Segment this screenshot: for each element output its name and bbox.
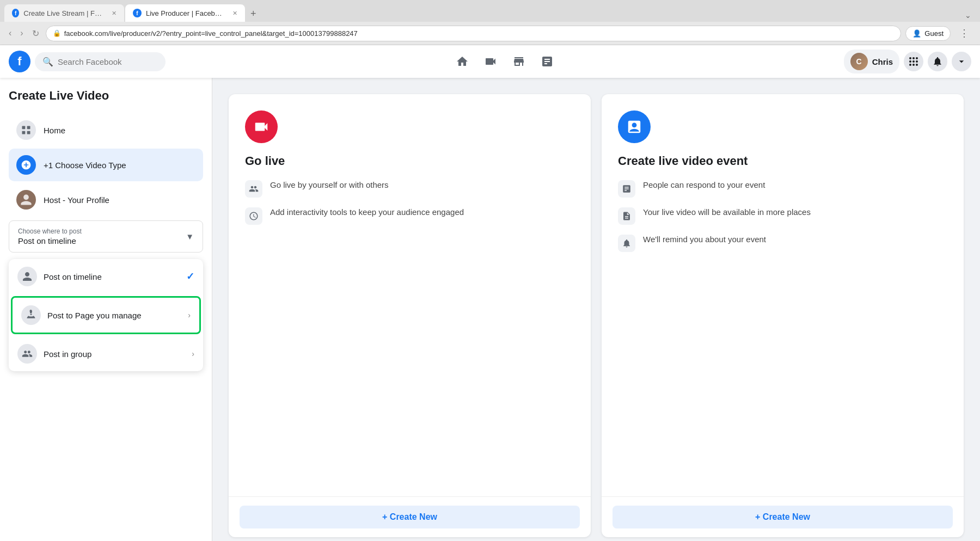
live-event-feature-text-3: We'll remind you about your event (643, 233, 766, 245)
reload-button[interactable]: ↻ (30, 26, 41, 41)
go-live-card-body: Go live Go live by yourself or with othe… (229, 94, 591, 496)
tab-label-1: Create Live Stream | Facebook (23, 9, 105, 17)
left-sidebar: Create Live Video Home +1 Choose Video T… (0, 78, 212, 541)
svg-point-6 (909, 64, 911, 66)
live-event-card: Create live video event People can respo… (602, 94, 964, 537)
forward-button[interactable]: › (18, 26, 25, 40)
svg-point-1 (912, 57, 915, 59)
browser-more-button[interactable]: ⋮ (955, 25, 973, 41)
svg-point-3 (909, 60, 911, 63)
user-name: Chris (872, 57, 893, 66)
go-live-card-footer: + Create New (229, 496, 591, 537)
address-input[interactable]: 🔒 facebook.com/live/producer/v2/?entry_p… (46, 26, 902, 41)
where-value: Post on timeline (18, 236, 82, 245)
search-bar[interactable]: 🔍 (35, 52, 166, 71)
facebook-logo[interactable]: f (9, 51, 30, 72)
live-event-feature-text-1: People can respond to your event (643, 179, 765, 190)
feature-people-icon (245, 180, 262, 198)
dropdown-button[interactable] (952, 52, 971, 71)
search-input[interactable] (58, 57, 158, 66)
dropdown-arrow-icon: ▼ (186, 232, 194, 241)
feature-reminder-icon (618, 235, 635, 252)
nav-store-icon[interactable] (506, 48, 532, 75)
dropdown-item-timeline[interactable]: Post on timeline ✓ (9, 259, 203, 294)
host-label: Host - Your Profile (44, 195, 109, 205)
facebook-navbar: f 🔍 C Chris (0, 45, 980, 78)
sidebar-item-video-type[interactable]: +1 Choose Video Type (9, 149, 203, 181)
svg-point-7 (912, 64, 915, 66)
tab-label-2: Live Producer | Facebook (146, 9, 226, 17)
nav-video-icon[interactable] (477, 48, 504, 75)
video-type-label: +1 Choose Video Type (44, 161, 126, 170)
nav-icons (166, 48, 844, 75)
home-icon (16, 120, 36, 140)
navbar-right: C Chris (844, 50, 971, 73)
back-button[interactable]: ‹ (7, 26, 14, 40)
timeline-icon (17, 267, 37, 286)
group-icon (17, 344, 37, 364)
minimize-button[interactable]: ⌄ (960, 9, 976, 22)
host-item: Host - Your Profile (9, 183, 203, 216)
go-live-feature-text-1: Go live by yourself or with others (270, 179, 389, 190)
live-event-card-footer: + Create New (602, 496, 964, 537)
dropdown-menu: Post on timeline ✓ Post to Page you mana… (9, 259, 203, 371)
group-arrow-icon: › (192, 349, 194, 358)
where-to-post-dropdown[interactable]: Choose where to post Post on timeline ▼ (9, 220, 203, 253)
live-event-feature-1: People can respond to your event (618, 179, 947, 198)
go-live-feature-1: Go live by yourself or with others (245, 179, 574, 198)
live-event-create-button[interactable]: + Create New (612, 506, 953, 528)
dropdown-item-group[interactable]: Post in group › (9, 336, 203, 371)
new-tab-button[interactable]: + (246, 6, 261, 22)
lock-icon: 🔒 (53, 29, 61, 37)
notifications-button[interactable] (928, 52, 947, 71)
timeline-label: Post on timeline (44, 272, 180, 281)
live-event-feature-2: Your live video will be available in mor… (618, 206, 947, 225)
group-label: Post in group (44, 349, 185, 359)
dropdown-item-page[interactable]: Post to Page you manage › (11, 296, 201, 334)
apps-button[interactable] (904, 52, 923, 71)
svg-rect-9 (22, 126, 26, 130)
search-icon: 🔍 (42, 57, 53, 67)
address-bar: ‹ › ↻ 🔒 facebook.com/live/producer/v2/?e… (0, 22, 980, 45)
svg-rect-12 (27, 131, 30, 134)
go-live-feature-2: Add interactivity tools to keep your aud… (245, 206, 574, 225)
feature-places-icon (618, 207, 635, 225)
page-icon (21, 305, 41, 325)
page-label: Post to Page you manage (47, 311, 181, 320)
nav-pages-icon[interactable] (534, 48, 560, 75)
feature-clock-icon (245, 207, 262, 225)
tab-close-1[interactable]: ✕ (112, 10, 117, 17)
svg-point-4 (912, 60, 915, 63)
go-live-create-button[interactable]: + Create New (240, 506, 580, 528)
sidebar-title: Create Live Video (9, 89, 203, 103)
nav-home-icon[interactable] (449, 48, 475, 75)
sidebar-item-home[interactable]: Home (9, 114, 203, 146)
go-live-title: Go live (245, 154, 574, 168)
svg-point-2 (916, 57, 918, 59)
guest-button[interactable]: 👤 Guest (905, 26, 951, 41)
go-live-icon (245, 110, 278, 143)
tab-create-live[interactable]: f Create Live Stream | Facebook ✕ (4, 4, 124, 22)
where-label: Choose where to post (18, 228, 82, 235)
tab-close-2[interactable]: ✕ (232, 10, 237, 17)
guest-label: Guest (924, 29, 944, 38)
address-text: facebook.com/live/producer/v2/?entry_poi… (64, 29, 358, 38)
tab-live-producer[interactable]: f Live Producer | Facebook ✕ (125, 4, 245, 22)
right-content: Go live Go live by yourself or with othe… (212, 78, 980, 541)
live-event-title: Create live video event (618, 154, 947, 168)
main-layout: Create Live Video Home +1 Choose Video T… (0, 78, 980, 541)
live-event-icon (618, 110, 651, 143)
svg-point-8 (916, 64, 918, 66)
page-arrow-icon: › (188, 311, 191, 319)
browser-chrome: f Create Live Stream | Facebook ✕ f Live… (0, 0, 980, 45)
guest-avatar-icon: 👤 (912, 29, 921, 38)
user-profile-button[interactable]: C Chris (844, 50, 899, 73)
tab-favicon-2: f (133, 9, 142, 17)
svg-rect-11 (22, 131, 26, 134)
svg-point-5 (916, 60, 918, 63)
home-label: Home (44, 126, 65, 135)
live-event-feature-text-2: Your live video will be available in mor… (643, 206, 811, 218)
tab-bar: f Create Live Stream | Facebook ✕ f Live… (0, 0, 980, 22)
go-live-feature-text-2: Add interactivity tools to keep your aud… (270, 206, 464, 218)
feature-respond-icon (618, 180, 635, 198)
